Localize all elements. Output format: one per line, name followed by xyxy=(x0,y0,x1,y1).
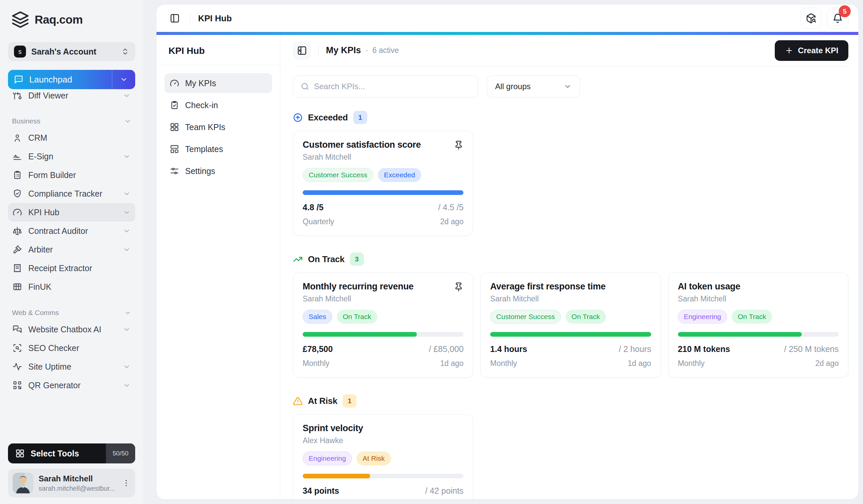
subnav-item-templates[interactable]: Templates xyxy=(164,139,272,159)
chevron-down-icon xyxy=(124,118,131,125)
group-header-exceeded: Exceeded 1 xyxy=(293,111,848,124)
chevron-down-icon xyxy=(123,382,130,389)
brand-name: Raq.com xyxy=(35,13,83,26)
chevrons-up-down-icon xyxy=(121,48,129,55)
kpi-progress-track xyxy=(678,332,839,337)
kpi-current-value: 4.8 /5 xyxy=(303,203,438,212)
kpi-card-customer-satisfaction-score[interactable]: Customer satisfaction score Sarah Mitche… xyxy=(293,131,473,236)
tools-count-badge: 50/50 xyxy=(106,443,135,463)
tag-customer-success: Customer Success xyxy=(490,310,561,324)
subnav-item-settings[interactable]: Settings xyxy=(164,161,272,181)
kpi-title: AI token usage xyxy=(678,282,839,292)
tag-exceeded: Exceeded xyxy=(378,168,421,182)
kpi-tags: SalesOn Track xyxy=(303,310,463,324)
kpi-progress-track xyxy=(303,474,463,478)
kpi-target-value: / 2 hours xyxy=(618,344,651,354)
create-kpi-button[interactable]: Create KPI xyxy=(775,40,848,61)
group-header-at-risk: At Risk 1 xyxy=(293,394,848,408)
chevron-down-icon xyxy=(123,246,130,254)
kpi-owner: Sarah Mitchell xyxy=(303,294,463,303)
sidebar-item-compliance-tracker[interactable]: Compliance Tracker xyxy=(8,184,135,203)
sidebar-item-website-chatbox-ai[interactable]: Website Chatbox AI xyxy=(8,320,135,339)
group-count-badge: 3 xyxy=(350,253,364,266)
chevron-down-icon xyxy=(123,209,130,216)
scale-icon xyxy=(13,226,22,235)
sidebar-item-receipt-extractor[interactable]: Receipt Extractor xyxy=(8,259,135,277)
sidebar-item-finuk[interactable]: FinUK xyxy=(8,277,135,296)
sidebar-item-kpi-hub[interactable]: KPI Hub xyxy=(8,203,135,222)
tag-at-risk: At Risk xyxy=(357,451,391,465)
kpi-frequency: Monthly xyxy=(678,359,815,368)
group-count-badge: 1 xyxy=(342,394,357,408)
sidebar-item-qr-generator[interactable]: QR Generator xyxy=(8,376,135,395)
kpi-progress-fill xyxy=(490,332,651,337)
chevron-down-icon xyxy=(123,190,130,198)
kpi-progress-fill xyxy=(678,332,802,337)
kpi-last-updated: 2d ago xyxy=(815,359,839,368)
chevron-down-icon xyxy=(564,82,572,90)
kpi-current-value: 210 M tokens xyxy=(678,344,784,354)
notifications-button[interactable]: 5 xyxy=(827,8,848,29)
pin-icon[interactable] xyxy=(454,140,463,150)
kpi-card-ai-token-usage[interactable]: AI token usage Sarah Mitchell Engineerin… xyxy=(668,272,848,378)
user-card[interactable]: Sarah Mitchell sarah.mitchell@westbur... xyxy=(8,469,135,497)
subnav-item-team-kpis[interactable]: Team KPIs xyxy=(164,117,272,137)
sidebar-item-e-sign[interactable]: E-Sign xyxy=(8,147,135,166)
group-count-badge: 1 xyxy=(353,111,367,124)
account-switcher[interactable]: s Sarah's Account xyxy=(8,42,135,61)
sidebar-section-web-comms[interactable]: Web & Comms xyxy=(12,309,131,317)
gauge-icon xyxy=(13,208,22,217)
kpi-tags: Customer SuccessOn Track xyxy=(490,310,651,324)
subnav-collapse-button[interactable] xyxy=(293,42,311,60)
subnav-divider xyxy=(157,65,280,65)
sliders-icon xyxy=(170,166,179,176)
kpi-group-at-risk: At Risk 1 Sprint velocity Alex Hawke Eng… xyxy=(293,394,848,499)
search-box[interactable] xyxy=(293,76,478,98)
layers-logo-icon xyxy=(11,11,29,29)
kpi-target-value: / 250 M tokens xyxy=(784,344,839,354)
account-avatar: s xyxy=(14,46,26,57)
activity-icon xyxy=(13,362,22,371)
kpi-owner: Sarah Mitchell xyxy=(678,294,839,303)
chevron-down-icon xyxy=(123,92,130,100)
kpi-card-sprint-velocity[interactable]: Sprint velocity Alex Hawke EngineeringAt… xyxy=(293,414,473,499)
sidebar-item-form-builder[interactable]: Form Builder xyxy=(8,166,135,184)
launchpad-expand-button[interactable] xyxy=(112,70,135,89)
kpi-progress-track xyxy=(490,332,651,337)
sidebar-item-crm[interactable]: CRM xyxy=(8,128,135,147)
main-content: My KPIs · 6 active Create KPI All groups xyxy=(280,35,858,499)
subnav-item-my-kpis[interactable]: My KPIs xyxy=(164,73,272,93)
sidebar-item-launchpad[interactable]: Launchpad xyxy=(8,70,135,89)
kpi-title: Monthly recurring revenue xyxy=(303,282,454,292)
kpi-frequency: Quarterly xyxy=(303,217,440,226)
subnav-item-check-in[interactable]: Check-in xyxy=(164,95,272,115)
kpi-progress-fill xyxy=(303,474,370,478)
brand: Raq.com xyxy=(8,9,135,29)
sidebar-section-business[interactable]: Business xyxy=(12,117,131,125)
tag-customer-success: Customer Success xyxy=(303,168,373,182)
sidebar-item-site-uptime[interactable]: Site Uptime xyxy=(8,357,135,376)
select-tools-button[interactable]: Select Tools 50/50 xyxy=(8,443,135,463)
kpi-card-average-first-response-time[interactable]: Average first response time Sarah Mitche… xyxy=(480,272,661,378)
pin-icon[interactable] xyxy=(454,282,463,292)
sidebar-item-diff-viewer[interactable]: Diff Viewer xyxy=(8,87,135,104)
chevron-down-icon xyxy=(123,326,130,333)
tag-engineering: Engineering xyxy=(303,451,352,465)
select-tools-label: Select Tools xyxy=(30,449,106,458)
sidebar-item-contract-auditor[interactable]: Contract Auditor xyxy=(8,222,135,240)
kebab-menu-icon[interactable] xyxy=(122,479,130,487)
message-square-more-icon xyxy=(14,75,23,84)
group-filter-select[interactable]: All groups xyxy=(487,76,580,98)
sidebar-item-seo-checker[interactable]: SEO Checker xyxy=(8,339,135,357)
app-search-button[interactable] xyxy=(800,8,822,29)
topbar: KPI Hub 5 xyxy=(157,5,858,32)
group-name: At Risk xyxy=(308,396,337,406)
gauge-icon xyxy=(170,78,179,88)
kpi-card-monthly-recurring-revenue[interactable]: Monthly recurring revenue Sarah Mitchell… xyxy=(293,272,473,378)
panel-left-icon xyxy=(170,13,180,23)
search-input[interactable] xyxy=(314,82,471,91)
kpi-title: Average first response time xyxy=(490,282,651,292)
scan-search-icon xyxy=(13,343,22,353)
sidebar-item-arbiter[interactable]: Arbiter xyxy=(8,240,135,259)
sidebar-toggle-button[interactable] xyxy=(168,11,182,25)
